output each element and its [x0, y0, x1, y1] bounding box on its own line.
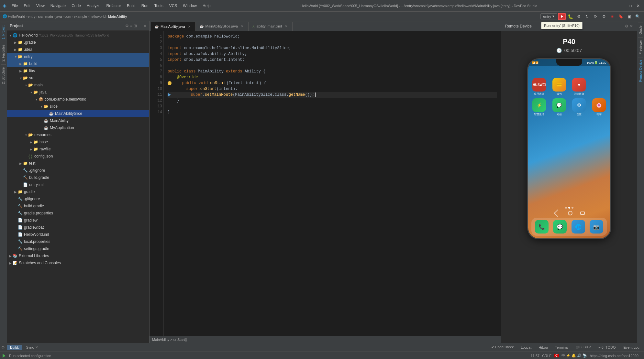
menu-navigate[interactable]: Navigate — [48, 3, 68, 9]
tree-mainability[interactable]: ▶ ☕ MainAbility — [7, 117, 149, 124]
app-huawei-store[interactable]: HUAWEI 应用市场 — [531, 78, 548, 96]
tab-build-6[interactable]: ⊞ 6: Build — [572, 344, 595, 350]
app-settings[interactable]: ⚙ 设置 — [571, 98, 588, 116]
nav-home-icon[interactable] — [568, 211, 572, 215]
settings2-button[interactable]: ⚙ — [600, 13, 608, 20]
tree-gradle-props[interactable]: ▶ 🔧 gradle.properties — [7, 210, 149, 217]
bottom-settings-icon[interactable]: ⚙ — [1, 345, 5, 350]
tree-base[interactable]: ▶ 📁 base — [7, 138, 149, 146]
menu-help[interactable]: Help — [200, 3, 213, 9]
app-huawei-car[interactable]: 🌸 花车 — [590, 98, 608, 116]
tab-remote-vertical[interactable]: Remote Device — [638, 57, 643, 84]
tab-sync-close[interactable]: ✕ — [35, 345, 38, 349]
menu-code[interactable]: Code — [69, 3, 83, 9]
history-button[interactable]: ⟳ — [592, 13, 599, 20]
dock-camera-icon[interactable]: 📷 — [590, 220, 603, 234]
tab-favorites-vertical[interactable]: 2: Favorites — [1, 42, 6, 64]
app-smart-life[interactable]: ⚡ 智慧生活 — [531, 98, 548, 116]
tab-ability-xml[interactable]: X ability_main.xml ✕ — [249, 22, 293, 31]
search-button[interactable]: 🔍 — [634, 13, 641, 20]
tree-entry[interactable]: ▾ 📂 entry — [7, 53, 149, 60]
tree-build-folder[interactable]: ▶ 📁 build — [7, 60, 149, 67]
tab-structure-vertical[interactable]: 2: Structure — [1, 64, 6, 87]
tree-external-libs[interactable]: ▶ 📚 External Libraries — [7, 252, 149, 259]
dock-phone-icon[interactable]: 📞 — [535, 220, 549, 234]
stop-button[interactable]: ■ — [608, 13, 616, 20]
tree-myapplication[interactable]: ▶ ☕ MyApplication — [7, 124, 149, 131]
tab-grade-vertical[interactable]: Grade — [638, 23, 643, 37]
tree-scratches[interactable]: ▶ 📝 Scratches and Consoles — [7, 259, 149, 267]
maximize-button[interactable]: □ — [627, 3, 634, 9]
app-sms[interactable]: 💬 短信 — [550, 98, 568, 116]
breadcrumb-main[interactable]: main — [45, 15, 53, 18]
nav-recents-icon[interactable] — [580, 212, 585, 215]
tree-root[interactable]: ▾ 🌐 HelloWorld Y:\002_WorkSpace\005_Harm… — [7, 32, 149, 39]
close-button[interactable]: ✕ — [635, 3, 641, 9]
app-health[interactable]: ♥ 运动健康 — [571, 78, 588, 96]
breadcrumb-helloworld2[interactable]: helloworld — [90, 15, 106, 18]
breadcrumb-project[interactable]: HelloWorld — [8, 15, 25, 18]
menu-vcs[interactable]: VCS — [167, 3, 180, 9]
tab-mainabilityslice[interactable]: ☕ MainAbilitySlice.java ✕ — [196, 22, 249, 31]
debug-button[interactable]: 🐛 — [566, 13, 574, 20]
tab-mainability-close[interactable]: ✕ — [187, 24, 192, 29]
breadcrumb-example[interactable]: example — [74, 15, 87, 18]
tree-resources[interactable]: ▾ 📂 resources — [7, 131, 149, 138]
tree-gradlew-bat[interactable]: ▶ 📄 gradlew.bat — [7, 224, 149, 231]
menu-build[interactable]: Build — [124, 3, 138, 9]
tab-logcat[interactable]: Logcat — [517, 345, 535, 350]
tab-build[interactable]: Build: — [7, 345, 22, 350]
minimize-button[interactable]: — — [619, 3, 626, 9]
run-button[interactable] — [558, 13, 566, 20]
breadcrumb-java[interactable]: java — [55, 15, 62, 18]
menu-run[interactable]: Run — [139, 3, 151, 9]
tab-previewer-vertical[interactable]: Previewer — [638, 37, 643, 57]
menu-tools[interactable]: Tools — [152, 3, 166, 9]
menu-analyze[interactable]: Analyze — [84, 3, 103, 9]
tree-idea[interactable]: ▶ 📁 .idea — [7, 46, 149, 53]
tab-codecheck[interactable]: ✔ CodeCheck — [488, 344, 517, 350]
tab-hilog[interactable]: HiLog — [535, 345, 551, 350]
app-wallet[interactable]: 💳 钱包 — [550, 78, 568, 96]
tree-local-props[interactable]: ▶ 🔧 local.properties — [7, 238, 149, 245]
tab-terminal[interactable]: Terminal — [552, 345, 572, 350]
tree-gitignore-root[interactable]: ▶ 🔧 .gitignore — [7, 195, 149, 202]
tree-gradle-root[interactable]: ▶ 📁 gradle — [7, 188, 149, 195]
project-filter-icon[interactable]: ≡ — [130, 24, 132, 28]
tree-gradle-hidden[interactable]: ▶ 📁 .gradle — [7, 39, 149, 46]
breadcrumb-com[interactable]: com — [64, 15, 71, 18]
tree-helloworld-iml[interactable]: ▶ 📄 HelloWorld.iml — [7, 231, 149, 238]
tab-event-log[interactable]: Event Log — [620, 345, 643, 350]
tree-test[interactable]: ▶ 📁 test — [7, 160, 149, 167]
tree-rawfile[interactable]: ▶ 📁 rawfile — [7, 146, 149, 153]
project-close-icon[interactable]: — — [138, 24, 142, 28]
layout-button[interactable]: ▣ — [625, 13, 633, 20]
tree-main[interactable]: ▾ 📂 main — [7, 82, 149, 89]
remote-close-icon[interactable]: ✕ — [630, 24, 633, 28]
run-config-selector[interactable]: entry ▾ — [540, 13, 557, 19]
breadcrumb-src[interactable]: src — [38, 15, 43, 18]
project-settings-icon[interactable]: ⚙ — [125, 24, 129, 28]
refresh-button[interactable]: ↻ — [583, 13, 591, 20]
tree-libs[interactable]: ▶ 📁 libs — [7, 67, 149, 74]
tab-todo[interactable]: ≡ 6: TODO — [595, 345, 619, 350]
tab-project-vertical[interactable]: 1: Project — [1, 23, 6, 42]
tree-package[interactable]: ▾ 📦 com.example.helloworld — [7, 96, 149, 103]
breadcrumb-entry[interactable]: entry — [28, 15, 35, 18]
settings-button[interactable]: ⚙ — [575, 13, 583, 20]
tab-mas-close[interactable]: ✕ — [240, 24, 244, 28]
bookmark-button[interactable]: 🔖 — [617, 13, 625, 20]
menu-refactor[interactable]: Refactor — [104, 3, 124, 9]
project-expand-icon[interactable]: ⊞ — [134, 24, 137, 28]
menu-window[interactable]: Window — [180, 3, 199, 9]
dock-browser-icon[interactable]: 🌐 — [572, 220, 585, 234]
dock-messages-icon[interactable]: 💬 — [553, 220, 567, 234]
tree-gradlew[interactable]: ▶ 📄 gradlew — [7, 217, 149, 224]
tree-gitignore-entry[interactable]: ▶ 🔧 .gitignore — [7, 167, 149, 174]
tree-settings-gradle[interactable]: ▶ 🔨 settings.gradle — [7, 245, 149, 252]
code-editor[interactable]: package com.example.helloworld; import c… — [164, 31, 501, 336]
remote-settings-icon[interactable]: ⚙ — [625, 24, 628, 28]
tree-build-gradle-root[interactable]: ▶ 🔨 build.gradle — [7, 202, 149, 210]
project-minimize-icon[interactable]: ✕ — [143, 24, 147, 28]
menu-edit[interactable]: Edit — [21, 3, 33, 9]
